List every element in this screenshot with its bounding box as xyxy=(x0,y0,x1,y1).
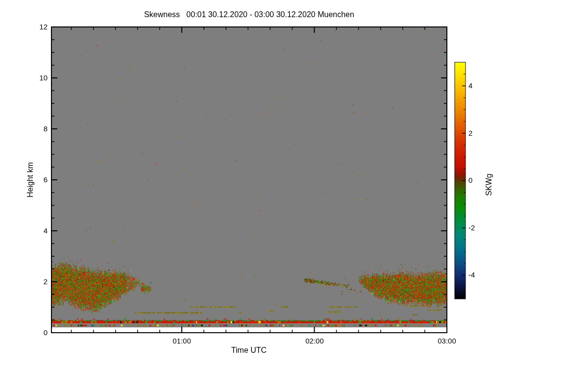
colorbar-tick-label-2: 2 xyxy=(468,129,488,138)
y-tick-label-12: 12 xyxy=(27,23,48,31)
y-tick-label-4: 4 xyxy=(27,226,48,235)
y-tick-label-10: 10 xyxy=(27,74,48,82)
heatmap-canvas xyxy=(0,0,588,392)
x-tick-label-0300: 03:00 xyxy=(427,337,466,345)
colorbar-tick-label-4: 4 xyxy=(468,81,488,90)
plot-title: Skewness 00:01 30.12.2020 - 03:00 30.12.… xyxy=(51,10,447,19)
y-tick-label-8: 8 xyxy=(27,124,48,133)
y-tick-label-6: 6 xyxy=(27,175,48,184)
y-tick-label-0: 0 xyxy=(27,328,48,337)
x-tick-label-0200: 02:00 xyxy=(295,337,334,345)
y-tick-label-2: 2 xyxy=(27,277,48,286)
colorbar-tick-label-neg2: -2 xyxy=(468,223,488,232)
colorbar-tick-label-neg4: -4 xyxy=(468,270,488,279)
x-tick-label-0100: 01:00 xyxy=(162,337,201,345)
colorbar-axis-label: SKWg xyxy=(485,160,493,209)
skewness-quicklook-figure: Skewness 00:01 30.12.2020 - 03:00 30.12.… xyxy=(0,0,588,392)
x-axis-label: Time UTC xyxy=(200,346,298,355)
